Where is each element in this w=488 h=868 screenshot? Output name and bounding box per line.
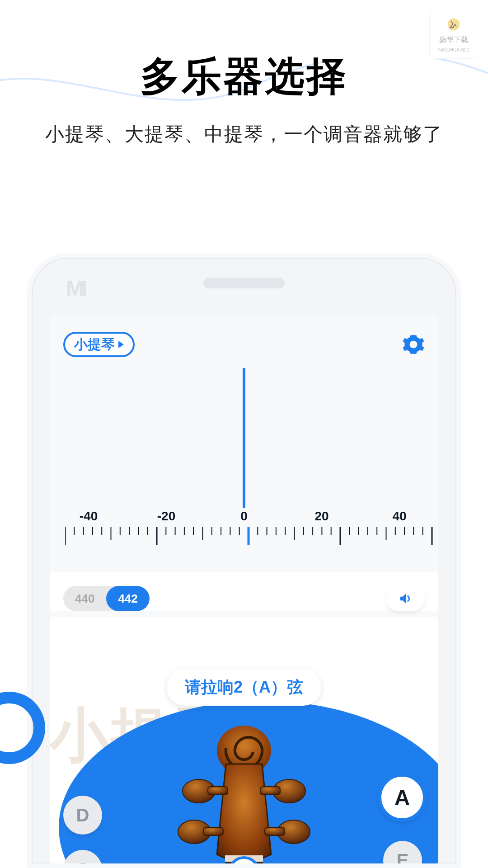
svg-rect-49 [203,827,223,835]
phone-frame: MI 小提琴 -40-2002040 440442 [27,253,461,868]
settings-button[interactable] [402,333,425,356]
string-chip-g-label: G [75,859,89,864]
hz-option-442[interactable]: 442 [106,586,149,611]
options-row: 440442 [50,572,438,611]
hz-toggle[interactable]: 440442 [63,586,150,611]
dropdown-triangle-icon [118,341,124,348]
instruction-bubble: 请拉响2（A）弦 [167,669,321,706]
string-chip-d[interactable]: D [63,796,102,835]
string-chip-d-label: D [76,805,89,826]
tuner-needle [242,368,246,508]
scale-labels: -40-2002040 [50,509,438,524]
marketing-hero: 多乐器选择 小提琴、大提琴、中提琴，一个调音器就够了 [0,0,488,235]
site-watermark: 扬华下载 YANGHUA.NET [429,10,478,59]
svg-rect-45 [208,787,228,795]
app-screen: 小提琴 -40-2002040 440442 [50,316,438,863]
app-topbar: 小提琴 [50,316,438,357]
hero-title: 多乐器选择 [0,50,488,104]
instrument-selector-label: 小提琴 [74,335,115,354]
string-chip-e-label: E [397,850,409,864]
svg-point-0 [448,19,460,31]
phone-brand: MI [66,276,84,301]
violin-illustration [149,723,339,863]
speaker-icon [398,591,413,606]
hero-subtitle: 小提琴、大提琴、中提琴，一个调音器就够了 [0,122,488,147]
instrument-selector[interactable]: 小提琴 [63,332,135,357]
tuner-scale: -40-2002040 [50,509,438,568]
tuner-gauge: -40-2002040 [50,360,438,572]
string-chip-a-label: A [394,785,410,810]
svg-rect-51 [265,827,285,835]
site-watermark-line2: YANGHUA.NET [437,47,470,52]
svg-rect-47 [260,787,280,795]
site-watermark-line1: 扬华下载 [439,35,468,45]
string-chip-a[interactable]: A [378,773,427,822]
sound-button[interactable] [386,586,425,611]
hz-option-440[interactable]: 440 [63,586,106,611]
scale-ticks [65,527,438,559]
